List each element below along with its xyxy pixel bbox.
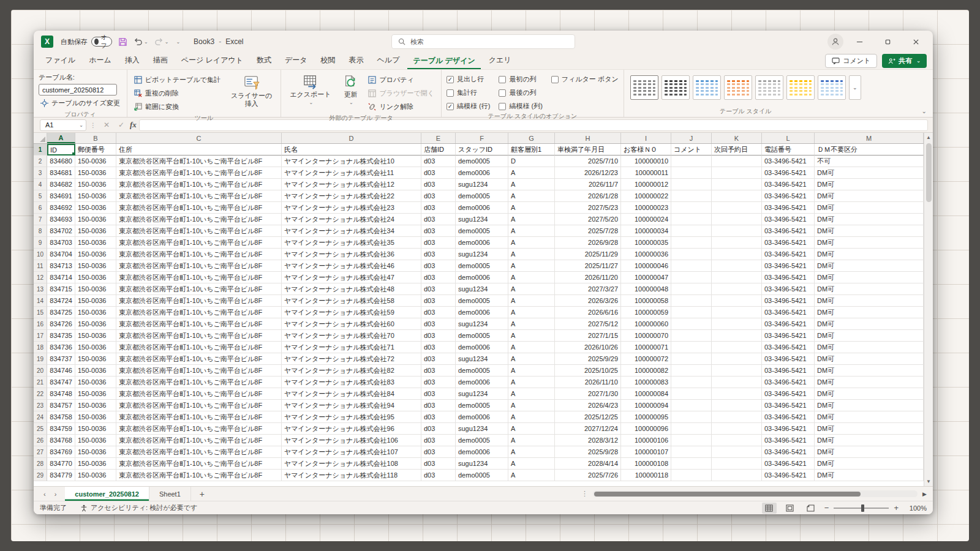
- cell-G10[interactable]: A: [508, 249, 555, 260]
- cell-A15[interactable]: 834725: [47, 307, 75, 318]
- cell-I10[interactable]: 100000036: [621, 249, 671, 260]
- cell-M8[interactable]: DM可: [815, 225, 924, 237]
- cell-H24[interactable]: 2025/12/25: [555, 411, 621, 423]
- cell-M14[interactable]: DM可: [815, 295, 924, 307]
- row-number-15[interactable]: 15: [34, 307, 47, 318]
- cell-G15[interactable]: A: [508, 307, 555, 318]
- zoom-slider-knob[interactable]: [861, 504, 864, 512]
- cell-H20[interactable]: 2025/10/25: [555, 365, 621, 377]
- column-header-I[interactable]: I: [621, 133, 671, 143]
- cell-E15[interactable]: d03: [421, 307, 456, 318]
- column-header-D[interactable]: D: [282, 133, 421, 143]
- cell-I15[interactable]: 100000059: [621, 307, 671, 318]
- cell-G25[interactable]: A: [508, 423, 555, 435]
- cell-I16[interactable]: 100000060: [621, 318, 671, 330]
- cell-C17[interactable]: 東京都渋谷区南平台町1-10いちご南平台ビル8F: [116, 330, 282, 342]
- row-number-7[interactable]: 7: [34, 214, 47, 225]
- cell-M20[interactable]: DM可: [815, 365, 924, 377]
- cell-E3[interactable]: d03: [421, 167, 456, 179]
- cell-J26[interactable]: [671, 435, 712, 446]
- cell-D18[interactable]: ヤマインターナショナル株式会社71: [282, 342, 421, 353]
- menu-tab-1[interactable]: ホーム: [83, 53, 117, 69]
- cell-M9[interactable]: DM可: [815, 237, 924, 249]
- cell-A7[interactable]: 834693: [47, 214, 75, 225]
- cell-I29[interactable]: 100000118: [621, 470, 671, 481]
- cell-B10[interactable]: 150-0036: [75, 249, 116, 260]
- cell-C26[interactable]: 東京都渋谷区南平台町1-10いちご南平台ビル8F: [116, 435, 282, 446]
- cell-G19[interactable]: A: [508, 353, 555, 365]
- cell-F10[interactable]: sugu1234: [456, 249, 508, 260]
- cell-L27[interactable]: 03-3496-5421: [762, 446, 815, 458]
- cell-F2[interactable]: demo0005: [456, 156, 508, 167]
- column-header-M[interactable]: M: [815, 133, 924, 143]
- insert-slicer-button[interactable]: スライサーの 挿入: [227, 73, 276, 113]
- cell-A8[interactable]: 834702: [47, 225, 75, 237]
- cell-H25[interactable]: 2027/12/24: [555, 423, 621, 435]
- cell-D7[interactable]: ヤマインターナショナル株式会社24: [282, 214, 421, 225]
- cell-L18[interactable]: 03-3496-5421: [762, 342, 815, 353]
- style-option-checkbox-2-0[interactable]: フィルター ボタン: [551, 75, 619, 84]
- quick-access-customize-button[interactable]: ⌄: [175, 39, 180, 45]
- redo-button[interactable]: ⌄: [154, 38, 169, 46]
- cell-D6[interactable]: ヤマインターナショナル株式会社23: [282, 202, 421, 214]
- cell-F5[interactable]: demo0005: [456, 190, 508, 202]
- cell-H26[interactable]: 2028/3/12: [555, 435, 621, 446]
- column-header-H[interactable]: H: [555, 133, 621, 143]
- cell-G28[interactable]: A: [508, 458, 555, 470]
- cell-G26[interactable]: A: [508, 435, 555, 446]
- share-button[interactable]: 共有 ⌄: [882, 54, 927, 68]
- cell-M24[interactable]: DM可: [815, 411, 924, 423]
- cell-H12[interactable]: 2026/11/20: [555, 272, 621, 283]
- cell-G9[interactable]: A: [508, 237, 555, 249]
- cell-C18[interactable]: 東京都渋谷区南平台町1-10いちご南平台ビル8F: [116, 342, 282, 353]
- cell-H19[interactable]: 2025/9/29: [555, 353, 621, 365]
- sheetbar-splitter[interactable]: ⋮: [581, 490, 588, 498]
- column-header-L[interactable]: L: [762, 133, 815, 143]
- row-number-28[interactable]: 28: [34, 458, 47, 470]
- cell-I17[interactable]: 100000070: [621, 330, 671, 342]
- table-style-swatch-gray[interactable]: [755, 75, 783, 100]
- external-properties-button[interactable]: プロパティ: [366, 74, 436, 86]
- cell-F27[interactable]: demo0006: [456, 446, 508, 458]
- cell-J18[interactable]: [671, 342, 712, 353]
- cell-G14[interactable]: A: [508, 295, 555, 307]
- style-option-checkbox-0-0[interactable]: 見出し行: [447, 75, 490, 84]
- cell-H4[interactable]: 2026/11/7: [555, 179, 621, 190]
- cell-K27[interactable]: [712, 446, 762, 458]
- cell-L10[interactable]: 03-3496-5421: [762, 249, 815, 260]
- cell-M23[interactable]: DM可: [815, 400, 924, 411]
- cell-J2[interactable]: [671, 156, 712, 167]
- cell-A26[interactable]: 834768: [47, 435, 75, 446]
- cell-C24[interactable]: 東京都渋谷区南平台町1-10いちご南平台ビル8F: [116, 411, 282, 423]
- cell-M3[interactable]: DM可: [815, 167, 924, 179]
- cell-B26[interactable]: 150-0036: [75, 435, 116, 446]
- cell-B17[interactable]: 150-0036: [75, 330, 116, 342]
- cell-D29[interactable]: ヤマインターナショナル株式会社118: [282, 470, 421, 481]
- comments-button[interactable]: コメント: [825, 54, 877, 68]
- autosave-control[interactable]: 自動保存 オフ: [61, 37, 112, 47]
- cell-B3[interactable]: 150-0036: [75, 167, 116, 179]
- cell-I23[interactable]: 100000094: [621, 400, 671, 411]
- row-number-19[interactable]: 19: [34, 353, 47, 365]
- cell-F19[interactable]: sugu1234: [456, 353, 508, 365]
- cell-B15[interactable]: 150-0036: [75, 307, 116, 318]
- cell-C12[interactable]: 東京都渋谷区南平台町1-10いちご南平台ビル8F: [116, 272, 282, 283]
- cell-I13[interactable]: 100000048: [621, 283, 671, 295]
- cell-J10[interactable]: [671, 249, 712, 260]
- row-number-10[interactable]: 10: [34, 249, 47, 260]
- cell-G23[interactable]: A: [508, 400, 555, 411]
- column-header-G[interactable]: G: [508, 133, 555, 143]
- cell-M28[interactable]: DM可: [815, 458, 924, 470]
- cell-K16[interactable]: [712, 318, 762, 330]
- cell-C6[interactable]: 東京都渋谷区南平台町1-10いちご南平台ビル8F: [116, 202, 282, 214]
- cell-A4[interactable]: 834682: [47, 179, 75, 190]
- cell-C20[interactable]: 東京都渋谷区南平台町1-10いちご南平台ビル8F: [116, 365, 282, 377]
- cell-G21[interactable]: A: [508, 377, 555, 388]
- style-option-checkbox-1-1[interactable]: 最後の列: [499, 88, 542, 97]
- cell-K23[interactable]: [712, 400, 762, 411]
- row-number-6[interactable]: 6: [34, 202, 47, 214]
- cell-L9[interactable]: 03-3496-5421: [762, 237, 815, 249]
- cell-G29[interactable]: A: [508, 470, 555, 481]
- cell-I25[interactable]: 100000096: [621, 423, 671, 435]
- row-number-22[interactable]: 22: [34, 388, 47, 400]
